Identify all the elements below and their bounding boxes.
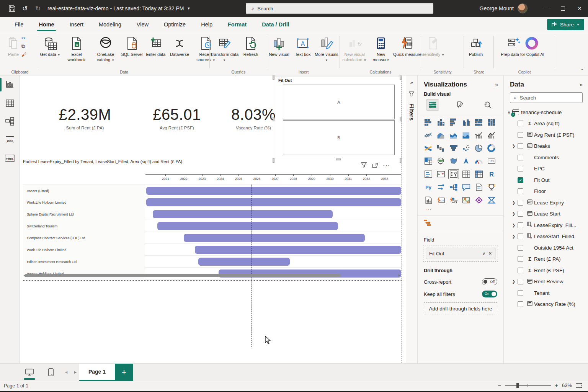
chevron-down-icon[interactable]: ∨ [482,251,485,256]
menu-tab-help[interactable]: Help [193,17,220,32]
fit-to-page-icon[interactable] [576,383,582,388]
collapse-table-icon[interactable]: ∨ [508,110,510,114]
visual-icon-clustered-bar-chart[interactable] [448,117,459,127]
prep-data-for-copilot-ai-button[interactable]: Prep data for Copilot AI [494,34,551,57]
visual-icon-pie-chart[interactable] [474,143,484,153]
collapse-ribbon-icon[interactable]: ⌃ [580,68,584,74]
visual-icon-scatter-chart[interactable] [461,143,472,153]
gantt-row[interactable]: Vacant (Fitted) [23,185,401,196]
visual-icon-matrix[interactable] [474,169,484,179]
gantt-row[interactable]: Edison Investment Research Ltd [23,256,401,268]
zoom-slider-thumb[interactable] [516,383,519,388]
field-checkbox[interactable] [518,143,523,149]
field-checkbox[interactable] [518,222,523,228]
menu-tab-optimize[interactable]: Optimize [156,17,193,32]
gantt-row[interactable]: Sphere Digital Recruitment Ltd [23,208,401,220]
field-vacancy-rate-[interactable]: Vacancy Rate (%) [508,299,588,310]
format-painter-icon[interactable]: 🖌︎ [21,52,26,57]
menu-tab-data-drill[interactable]: Data / Drill [254,17,297,32]
cross-report-toggle[interactable]: Off [482,278,497,285]
slicer-option-a[interactable]: A [283,85,395,119]
visual-icon-python-visual[interactable]: Py [423,182,434,192]
field-fit-out[interactable]: ✓Fit Out [508,175,588,186]
visual-icon-filled-map[interactable] [448,156,459,166]
mobile-layout-icon[interactable] [45,367,57,377]
maximize-button[interactable] [554,0,571,17]
visual-icon-scorecard[interactable]: 123 [436,195,446,205]
sql-server-button[interactable]: SQL Server [120,34,144,63]
visual-icon-decomposition-tree[interactable] [448,182,459,192]
zoom-slider[interactable] [505,385,551,386]
rail-tmdl-view[interactable]: TMDL [0,149,20,167]
visual-icon-metrics[interactable] [486,182,497,192]
resize-handle[interactable] [273,75,274,80]
save-icon[interactable] [5,3,18,14]
data-search-input[interactable]: ⌕ Search [510,92,583,103]
gantt-row[interactable]: Work.Life Holborn Limited [23,196,401,208]
visual-icon-qa-visual[interactable] [461,182,472,192]
field-leasestart-filled[interactable]: ❯fxLeaseStart_Filled [508,231,588,242]
field-pill-fit-out[interactable]: Fit Out ∨ ✕ [426,248,495,259]
title-dropdown-caret[interactable]: ▼ [187,7,190,10]
focus-mode-icon[interactable] [372,163,378,169]
quick-measure-button[interactable]: Quick measure [393,34,422,63]
visual-icon-treemap[interactable] [423,156,434,166]
visual-icon-azure-map[interactable] [461,156,472,166]
slicer-option-b[interactable]: B [283,120,395,155]
scroll-right-icon[interactable]: ► [398,273,401,277]
field-comments[interactable]: Comments [508,152,588,163]
menu-tab-view[interactable]: View [129,17,156,32]
gantt-bar[interactable] [195,246,401,254]
visual-icon-stacked-column-chart[interactable] [436,117,446,127]
visual-icon-area-chart[interactable] [436,130,446,140]
field-checkbox[interactable] [518,211,523,217]
gantt-bar[interactable] [184,234,364,242]
table-tenancy-schedule[interactable]: ∨ ✓ tenancy-schedule [508,107,588,118]
visual-icon-smart-narrative[interactable] [474,182,484,192]
visual-icon-r-script-visual[interactable]: R [486,169,497,179]
visual-icon-line-and-stacked-column-chart[interactable] [474,130,484,140]
gantt-bar[interactable] [146,187,401,195]
new-measure-button[interactable]: New measure [369,34,393,63]
field-checkbox[interactable] [518,188,523,194]
visual-icon-multi-row-card[interactable] [423,169,434,179]
field-floor[interactable]: Floor [508,186,588,197]
visual-icon-100-stacked-column-chart[interactable] [486,117,497,127]
report-canvas[interactable]: £2.39MSum of Rent (£ PA)£65.01Avg Rent (… [20,75,406,363]
field-checkbox[interactable] [518,155,523,160]
visual-icon-table[interactable] [461,169,472,179]
visual-icon-arcgis-map[interactable] [461,195,472,205]
field-rent-review[interactable]: ❯Rent Review [508,276,588,287]
refresh-button[interactable]: Refresh [239,34,263,63]
field-outside-1954-act[interactable]: Outside 1954 Act [508,242,588,254]
transform-data-button[interactable]: Transform data ▼ [210,34,239,63]
collapse-data-icon[interactable]: » [580,82,583,88]
visual-icon-funnel-chart[interactable] [448,143,459,153]
avatar[interactable] [518,3,528,13]
excel-workbook-button[interactable]: XExcel workbook [62,34,91,63]
gantt-row[interactable]: Compass Contract Services (U.K.) Ltd [23,232,401,244]
visual-icon-donut-chart[interactable] [486,143,497,153]
visual-icon-kpi[interactable] [436,169,446,179]
scrollbar-thumb[interactable] [24,274,341,277]
gantt-row[interactable]: Switzerland Tourism [23,220,401,232]
menu-tab-insert[interactable]: Insert [62,17,91,32]
gantt-scrollbar[interactable]: ◄ ► [23,273,401,278]
expand-filters-icon[interactable]: « [410,80,413,86]
gantt-bar[interactable] [198,258,290,266]
expand-icon[interactable]: ❯ [511,279,517,284]
field-checkbox[interactable] [518,279,523,284]
field-checkbox[interactable] [518,200,523,206]
visual-icon-card[interactable]: 123 [486,156,497,166]
filters-label[interactable]: Filters [408,103,415,121]
field-rent-pa-[interactable]: ΣRent (£ PA) [508,253,588,265]
remove-field-icon[interactable]: ✕ [488,251,492,256]
field-breaks[interactable]: ❯Breaks [508,140,588,152]
field-lease-expiry[interactable]: ❯Lease Expiry [508,197,588,209]
gantt-bar[interactable] [146,198,401,206]
gantt-bar[interactable] [157,222,338,230]
visual-icon-stacked-area-chart[interactable] [448,130,459,140]
visual-icon-slicer[interactable] [448,169,459,179]
field-checkbox[interactable] [518,245,523,251]
text-box-button[interactable]: AText box [291,34,315,63]
